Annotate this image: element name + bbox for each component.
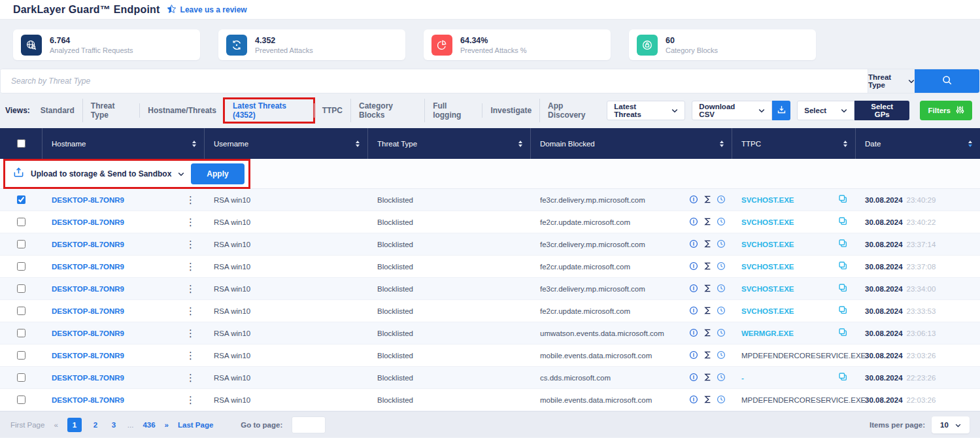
column-header-username[interactable]: Username — [205, 128, 368, 159]
copy-icon[interactable] — [838, 283, 848, 294]
select-all-checkbox[interactable] — [17, 139, 25, 148]
send-to-sandbox-icon[interactable] — [703, 239, 712, 250]
row-menu-icon[interactable]: ⋮ — [182, 283, 199, 295]
send-to-sandbox-icon[interactable] — [703, 350, 712, 361]
hostname-link[interactable]: DESKTOP-8L7ONR9 — [52, 352, 124, 360]
apply-button[interactable]: Apply — [191, 163, 244, 184]
copy-icon[interactable] — [838, 216, 848, 227]
search-filter-dropdown[interactable]: Threat Type — [868, 69, 915, 93]
copy-icon[interactable] — [838, 194, 848, 205]
row-menu-icon[interactable]: ⋮ — [182, 350, 199, 362]
copy-icon[interactable] — [838, 328, 848, 339]
history-clock-icon[interactable] — [717, 395, 726, 405]
search-input[interactable] — [1, 69, 868, 93]
gp-select-dropdown[interactable]: Select — [797, 101, 854, 120]
row-checkbox[interactable] — [17, 307, 25, 315]
bulk-action-dropdown[interactable]: Upload to storage & Send to Sandbox — [31, 169, 184, 178]
history-clock-icon[interactable] — [717, 350, 726, 361]
items-per-page-select[interactable]: 10 — [932, 416, 970, 433]
column-header-date[interactable]: Date — [856, 128, 980, 159]
info-icon[interactable] — [689, 306, 698, 316]
hostname-link[interactable]: DESKTOP-8L7ONR9 — [52, 196, 124, 204]
download-button[interactable] — [772, 101, 790, 120]
copy-icon[interactable] — [838, 239, 848, 250]
send-to-sandbox-icon[interactable] — [703, 373, 712, 383]
first-page-link[interactable]: First Page — [10, 421, 44, 429]
info-icon[interactable] — [689, 395, 698, 405]
send-to-sandbox-icon[interactable] — [703, 284, 712, 294]
last-page-number[interactable]: 436 — [143, 421, 155, 429]
view-select-dropdown[interactable]: Latest Threats — [607, 101, 685, 120]
send-to-sandbox-icon[interactable] — [703, 328, 712, 339]
hostname-link[interactable]: DESKTOP-8L7ONR9 — [52, 285, 124, 293]
view-tab[interactable]: Threat Type — [82, 99, 139, 122]
next-page-icon[interactable]: » — [165, 421, 169, 429]
row-menu-icon[interactable]: ⋮ — [182, 239, 199, 250]
row-checkbox[interactable] — [17, 329, 25, 337]
sort-icon[interactable] — [843, 141, 847, 147]
row-menu-icon[interactable]: ⋮ — [182, 305, 199, 317]
row-menu-icon[interactable]: ⋮ — [182, 194, 199, 206]
row-menu-icon[interactable]: ⋮ — [182, 328, 199, 339]
view-tab[interactable]: TTPC — [314, 103, 350, 118]
history-clock-icon[interactable] — [717, 284, 726, 294]
history-clock-icon[interactable] — [717, 373, 726, 383]
send-to-sandbox-icon[interactable] — [703, 195, 712, 205]
go-to-page-input[interactable] — [292, 416, 326, 433]
info-icon[interactable] — [689, 284, 698, 294]
view-tab[interactable]: Category Blocks — [350, 99, 424, 122]
row-checkbox[interactable] — [17, 240, 25, 248]
view-tab[interactable]: Latest Threats (4352) — [224, 99, 314, 122]
hostname-link[interactable]: DESKTOP-8L7ONR9 — [52, 307, 124, 315]
info-icon[interactable] — [689, 350, 698, 361]
row-menu-icon[interactable]: ⋮ — [182, 372, 199, 384]
info-icon[interactable] — [689, 261, 698, 272]
page-number[interactable]: 1 — [67, 418, 82, 432]
history-clock-icon[interactable] — [717, 261, 726, 272]
row-checkbox[interactable] — [17, 262, 25, 271]
row-checkbox[interactable] — [17, 195, 25, 204]
view-tab[interactable]: Full logging — [424, 99, 482, 122]
leave-review-link[interactable]: Leave us a review — [167, 4, 247, 16]
row-menu-icon[interactable]: ⋮ — [182, 261, 199, 273]
row-checkbox[interactable] — [17, 284, 25, 293]
hostname-link[interactable]: DESKTOP-8L7ONR9 — [52, 396, 124, 404]
hostname-link[interactable]: DESKTOP-8L7ONR9 — [52, 329, 124, 337]
hostname-link[interactable]: DESKTOP-8L7ONR9 — [52, 263, 124, 271]
history-clock-icon[interactable] — [717, 195, 726, 205]
view-tab[interactable]: Standard — [33, 103, 82, 118]
search-button[interactable] — [915, 69, 979, 93]
row-menu-icon[interactable]: ⋮ — [182, 216, 199, 228]
send-to-sandbox-icon[interactable] — [703, 217, 712, 227]
column-header-domain-blocked[interactable]: Domain Blocked — [531, 128, 732, 159]
hostname-link[interactable]: DESKTOP-8L7ONR9 — [52, 218, 124, 226]
copy-icon[interactable] — [838, 261, 848, 272]
info-icon[interactable] — [689, 195, 698, 205]
sort-icon[interactable] — [356, 141, 360, 147]
row-checkbox[interactable] — [17, 218, 25, 226]
history-clock-icon[interactable] — [717, 239, 726, 250]
sort-icon[interactable] — [192, 141, 196, 147]
select-gps-button[interactable]: Select GPs — [854, 101, 909, 120]
send-to-sandbox-icon[interactable] — [703, 261, 712, 272]
page-number[interactable]: 2 — [91, 421, 100, 429]
hostname-link[interactable]: DESKTOP-8L7ONR9 — [52, 374, 124, 382]
column-header-hostname[interactable]: Hostname — [42, 128, 205, 159]
view-tab[interactable]: Hostname/Threats — [139, 103, 224, 118]
info-icon[interactable] — [689, 239, 698, 250]
history-clock-icon[interactable] — [717, 217, 726, 227]
column-header-threat-type[interactable]: Threat Type — [368, 128, 531, 159]
hostname-link[interactable]: DESKTOP-8L7ONR9 — [52, 241, 124, 248]
sort-icon[interactable] — [518, 141, 522, 147]
info-icon[interactable] — [689, 373, 698, 383]
download-csv-dropdown[interactable]: Download CSV — [692, 101, 771, 120]
history-clock-icon[interactable] — [717, 306, 726, 316]
info-icon[interactable] — [689, 328, 698, 339]
prev-page-icon[interactable]: « — [54, 421, 58, 429]
copy-icon[interactable] — [838, 305, 848, 316]
filters-button[interactable]: Filters — [920, 101, 972, 120]
row-checkbox[interactable] — [17, 351, 25, 360]
copy-icon[interactable] — [838, 372, 848, 383]
page-number[interactable]: 3 — [109, 421, 118, 429]
view-tab[interactable]: App Discovery — [539, 99, 607, 122]
